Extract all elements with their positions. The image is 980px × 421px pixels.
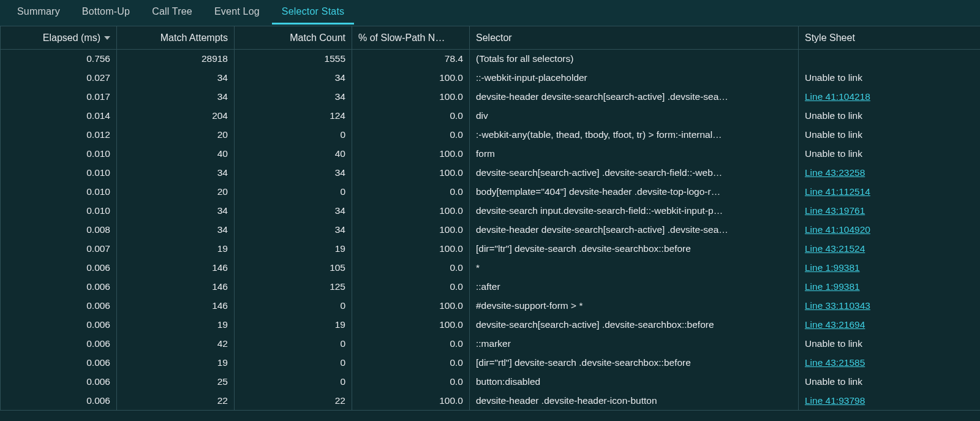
column-header-sheet-label: Style Sheet: [805, 32, 855, 44]
sort-desc-icon: [104, 36, 110, 40]
stylesheet-link[interactable]: Line 43:19761: [805, 205, 865, 216]
table-row[interactable]: 0.0103434100.0devsite-search input.devsi…: [1, 202, 981, 221]
table-row[interactable]: 0.0061460100.0#devsite-support-form > *L…: [1, 297, 981, 316]
cell-selector: ::marker: [470, 335, 799, 354]
cell-elapsed: 0.012: [1, 126, 117, 145]
cell-selector: devsite-search[search-active] .devsite-s…: [470, 316, 799, 335]
cell-count: 0: [235, 183, 352, 202]
tab-event-log[interactable]: Event Log: [205, 1, 270, 25]
table-row[interactable]: 0.0061919100.0devsite-search[search-acti…: [1, 316, 981, 335]
cell-stylesheet: Line 43:21524: [799, 240, 981, 259]
cell-selector: ::after: [470, 278, 799, 297]
cell-pct: 0.0: [352, 335, 470, 354]
table-row[interactable]: 0.0103434100.0devsite-search[search-acti…: [1, 164, 981, 183]
stylesheet-link[interactable]: Line 43:21585: [805, 357, 865, 368]
column-header-count[interactable]: Match Count: [235, 26, 352, 50]
table-row[interactable]: 0.0061461050.0*Line 1:99381: [1, 259, 981, 278]
table-row[interactable]: 0.0142041240.0divUnable to link: [1, 107, 981, 126]
cell-count: 34: [235, 69, 352, 88]
stylesheet-link[interactable]: Line 41:112514: [805, 186, 870, 197]
cell-stylesheet: Line 41:104920: [799, 221, 981, 240]
cell-count: 0: [235, 354, 352, 373]
cell-attempts: 146: [117, 259, 235, 278]
selector-stats-table: Elapsed (ms) Match Attempts Match Count …: [0, 26, 980, 411]
tab-selector-stats[interactable]: Selector Stats: [272, 1, 354, 25]
cell-stylesheet: Line 43:21585: [799, 354, 981, 373]
cell-attempts: 22: [117, 392, 235, 411]
table-row[interactable]: 0.75628918155578.4(Totals for all select…: [1, 50, 981, 69]
cell-stylesheet: Unable to link: [799, 69, 981, 88]
cell-attempts: 34: [117, 69, 235, 88]
cell-stylesheet: Unable to link: [799, 107, 981, 126]
cell-count: 0: [235, 373, 352, 392]
cell-attempts: 19: [117, 354, 235, 373]
cell-attempts: 40: [117, 145, 235, 164]
cell-pct: 100.0: [352, 88, 470, 107]
cell-elapsed: 0.006: [1, 259, 117, 278]
column-header-count-label: Match Count: [290, 32, 345, 44]
stylesheet-link[interactable]: Line 41:93798: [805, 395, 865, 406]
cell-pct: 100.0: [352, 202, 470, 221]
cell-selector: body[template="404"] devsite-header .dev…: [470, 183, 799, 202]
table-row[interactable]: 0.0122000.0:-webkit-any(table, thead, tb…: [1, 126, 981, 145]
cell-attempts: 146: [117, 278, 235, 297]
table-row[interactable]: 0.0062500.0button:disabledUnable to link: [1, 373, 981, 392]
cell-pct: 100.0: [352, 392, 470, 411]
cell-count: 0: [235, 297, 352, 316]
stylesheet-link[interactable]: Line 41:104920: [805, 224, 870, 235]
cell-elapsed: 0.017: [1, 88, 117, 107]
tab-summary[interactable]: Summary: [7, 1, 70, 25]
column-header-selector-label: Selector: [476, 32, 512, 44]
cell-attempts: 34: [117, 88, 235, 107]
cell-elapsed: 0.010: [1, 164, 117, 183]
table-header-row: Elapsed (ms) Match Attempts Match Count …: [1, 26, 981, 50]
tab-label: Summary: [17, 6, 60, 17]
table-row[interactable]: 0.0061900.0[dir="rtl"] devsite-search .d…: [1, 354, 981, 373]
column-header-selector[interactable]: Selector: [470, 26, 799, 50]
cell-elapsed: 0.006: [1, 297, 117, 316]
stylesheet-link[interactable]: Line 1:99381: [805, 262, 860, 273]
cell-elapsed: 0.014: [1, 107, 117, 126]
cell-count: 34: [235, 164, 352, 183]
tab-call-tree[interactable]: Call Tree: [142, 1, 202, 25]
cell-elapsed: 0.006: [1, 354, 117, 373]
stylesheet-link[interactable]: Line 33:110343: [805, 300, 870, 311]
table-row[interactable]: 0.0173434100.0devsite-header devsite-sea…: [1, 88, 981, 107]
stylesheet-link[interactable]: Line 43:23258: [805, 167, 865, 178]
cell-stylesheet: Unable to link: [799, 145, 981, 164]
stylesheet-link[interactable]: Line 43:21524: [805, 243, 865, 254]
table-row[interactable]: 0.0064200.0::markerUnable to link: [1, 335, 981, 354]
cell-elapsed: 0.008: [1, 221, 117, 240]
table-row[interactable]: 0.0071919100.0[dir="ltr"] devsite-search…: [1, 240, 981, 259]
cell-selector: [dir="rtl"] devsite-search .devsite-sear…: [470, 354, 799, 373]
table-row[interactable]: 0.0061461250.0::afterLine 1:99381: [1, 278, 981, 297]
cell-selector: devsite-search input.devsite-search-fiel…: [470, 202, 799, 221]
cell-selector: div: [470, 107, 799, 126]
column-header-elapsed-label: Elapsed (ms): [43, 32, 100, 44]
cell-pct: 100.0: [352, 297, 470, 316]
table-row[interactable]: 0.0062222100.0devsite-header .devsite-he…: [1, 392, 981, 411]
cell-selector: *: [470, 259, 799, 278]
stylesheet-link[interactable]: Line 1:99381: [805, 281, 860, 292]
cell-pct: 100.0: [352, 316, 470, 335]
table-row[interactable]: 0.0102000.0body[template="404"] devsite-…: [1, 183, 981, 202]
cell-selector: #devsite-support-form > *: [470, 297, 799, 316]
column-header-sheet[interactable]: Style Sheet: [799, 26, 981, 50]
cell-elapsed: 0.010: [1, 183, 117, 202]
cell-pct: 0.0: [352, 354, 470, 373]
stylesheet-link[interactable]: Line 41:104218: [805, 91, 870, 102]
column-header-pct[interactable]: % of Slow-Path N…: [352, 26, 470, 50]
stylesheet-link[interactable]: Line 43:21694: [805, 319, 865, 330]
cell-attempts: 42: [117, 335, 235, 354]
tab-bottom-up[interactable]: Bottom-Up: [72, 1, 140, 25]
table-row[interactable]: 0.0104040100.0formUnable to link: [1, 145, 981, 164]
cell-selector: devsite-header .devsite-header-icon-butt…: [470, 392, 799, 411]
cell-pct: 0.0: [352, 278, 470, 297]
table-row[interactable]: 0.0273434100.0::-webkit-input-placeholde…: [1, 69, 981, 88]
table-row[interactable]: 0.0083434100.0devsite-header devsite-sea…: [1, 221, 981, 240]
column-header-elapsed[interactable]: Elapsed (ms): [1, 26, 117, 50]
cell-attempts: 34: [117, 202, 235, 221]
column-header-attempts[interactable]: Match Attempts: [117, 26, 235, 50]
selector-stats-table-wrap: Elapsed (ms) Match Attempts Match Count …: [0, 26, 980, 411]
cell-pct: 100.0: [352, 69, 470, 88]
